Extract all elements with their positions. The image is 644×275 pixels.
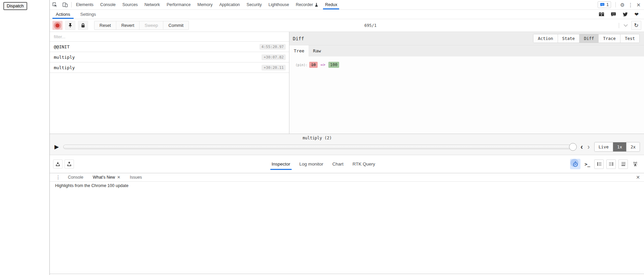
speed-1x-button[interactable]: 1x <box>613 142 627 151</box>
dock-right-icon <box>609 162 614 167</box>
diff-new-value: 100 <box>328 62 339 68</box>
diff-key: (pin): <box>295 63 308 67</box>
revert-button[interactable]: Revert <box>116 21 139 30</box>
redux-tab-settings[interactable]: Settings <box>76 10 100 19</box>
play-button[interactable]: ▶ <box>54 144 59 150</box>
action-row-multiply-1[interactable]: multiply +30:07.82 <box>50 52 289 62</box>
action-timestamp: +30:20.11 <box>261 65 286 71</box>
dock-right-button[interactable] <box>606 159 616 169</box>
drawer-more-kebab-icon[interactable]: ⋮ <box>53 175 63 180</box>
remote-broadcast-icon[interactable] <box>631 161 640 167</box>
tab-sources[interactable]: Sources <box>119 0 141 9</box>
monitor-tabs: Inspector Log monitor Chart RTK Query <box>272 155 375 173</box>
support-heart-icon[interactable]: ❤ <box>634 12 639 17</box>
lock-button[interactable] <box>78 21 88 30</box>
tab-elements[interactable]: Elements <box>73 0 97 9</box>
playback-speed-group: Live 1x 2x <box>594 142 640 152</box>
export-state-button[interactable] <box>65 159 74 169</box>
pin-button[interactable] <box>65 21 75 30</box>
format-tab-raw[interactable]: Raw <box>309 45 325 56</box>
commit-button[interactable]: Commit <box>163 21 189 30</box>
timeline-slider[interactable] <box>63 145 576 149</box>
record-toggle-button[interactable] <box>52 21 63 30</box>
dock-left-button[interactable] <box>594 159 604 169</box>
close-devtools-icon[interactable]: ✕ <box>636 2 641 7</box>
export-tray-icon <box>67 162 72 167</box>
detail-pane-header: Diff Action State Diff Trace Test <box>289 32 644 45</box>
twitter-icon[interactable] <box>622 12 628 17</box>
live-button[interactable]: Live <box>595 142 613 151</box>
toolbar-button-group: Reset Revert Sweep Commit <box>94 21 189 30</box>
action-row-init[interactable]: @@INIT 4:55:20.97 <box>50 42 289 52</box>
import-state-button[interactable] <box>53 159 63 169</box>
tab-performance[interactable]: Performance <box>163 0 194 9</box>
monitor-tab-chart[interactable]: Chart <box>332 159 344 169</box>
view-tab-action[interactable]: Action <box>533 34 558 43</box>
screen: Dispatch Elements Console Sources Networ… <box>0 0 644 275</box>
tab-redux[interactable]: Redux <box>322 0 340 9</box>
instance-counter: 695/1 <box>364 23 376 28</box>
dispatcher-terminal-icon[interactable]: >_ <box>583 162 592 167</box>
diff-entry: (pin): 10 => 100 <box>289 56 644 68</box>
lock-icon <box>81 23 85 28</box>
tab-lighthouse[interactable]: Lighthouse <box>265 0 292 9</box>
view-tab-group: Action State Diff Trace Test <box>533 34 640 43</box>
tab-network[interactable]: Network <box>141 0 163 9</box>
tab-console[interactable]: Console <box>97 0 119 9</box>
monitor-tab-log-monitor[interactable]: Log monitor <box>299 159 323 169</box>
view-tab-trace[interactable]: Trace <box>599 34 620 43</box>
topbar-right-controls: 1 ⚙ ⋮ ✕ <box>598 0 644 9</box>
dock-bottom-icon <box>621 162 626 167</box>
device-toolbar-icon[interactable] <box>60 0 70 9</box>
dock-bottom-button[interactable] <box>618 159 628 169</box>
dispatch-button[interactable]: Dispatch <box>3 2 27 10</box>
step-forward-button[interactable]: › <box>587 143 590 151</box>
close-tab-icon[interactable]: ✕ <box>117 175 120 180</box>
close-drawer-icon[interactable]: ✕ <box>636 175 640 180</box>
drawer-tab-issues[interactable]: Issues <box>125 173 147 181</box>
action-name: multiply <box>54 55 75 60</box>
drawer-tab-whats-new[interactable]: What's New ✕ <box>88 173 125 181</box>
view-tab-state[interactable]: State <box>558 34 580 43</box>
whats-new-heading: Highlights from the Chrome 100 update <box>50 182 644 188</box>
tab-security[interactable]: Security <box>243 0 265 9</box>
monitor-tab-inspector[interactable]: Inspector <box>272 159 290 169</box>
diff-old-value: 10 <box>309 62 317 68</box>
dock-left-icon <box>597 162 602 167</box>
tab-memory[interactable]: Memory <box>194 0 216 9</box>
action-name: @@INIT <box>54 44 70 49</box>
redux-tab-actions[interactable]: Actions <box>52 10 74 19</box>
format-tab-tree[interactable]: Tree <box>289 45 309 56</box>
filter-input[interactable] <box>50 32 289 41</box>
action-timestamp: +30:07.82 <box>261 54 286 60</box>
tab-application[interactable]: Application <box>216 0 243 9</box>
reload-button[interactable]: ↻ <box>631 21 641 30</box>
more-options-kebab-icon[interactable]: ⋮ <box>628 2 633 7</box>
slider-thumb[interactable] <box>569 143 577 151</box>
redux-toolbar: Reset Revert Sweep Commit 695/1 ↻ <box>50 19 644 32</box>
detail-pane: Diff Action State Diff Trace Test Tree R… <box>289 32 644 134</box>
feedback-chat-icon[interactable] <box>611 12 616 17</box>
monitor-tab-rtk-query[interactable]: RTK Query <box>353 159 375 169</box>
view-tab-test[interactable]: Test <box>620 34 639 43</box>
divider <box>619 23 619 28</box>
action-row-multiply-2[interactable]: multiply +30:20.11 <box>50 62 289 73</box>
step-back-button[interactable]: ‹ <box>580 143 583 151</box>
pushpin-icon <box>68 23 73 28</box>
drawer-tab-console[interactable]: Console <box>63 173 88 181</box>
settings-gear-icon[interactable]: ⚙ <box>620 2 625 7</box>
chevron-down-icon[interactable] <box>623 24 628 27</box>
sweep-button[interactable]: Sweep <box>139 21 163 30</box>
view-tab-diff[interactable]: Diff <box>579 34 599 43</box>
divider <box>50 274 644 274</box>
slider-monitor-toggle-button[interactable] <box>570 159 580 169</box>
drawer-tab-label: What's New <box>93 175 115 180</box>
inspect-element-icon[interactable] <box>50 0 60 9</box>
speed-2x-button[interactable]: 2x <box>627 142 640 151</box>
stopwatch-icon <box>572 161 578 167</box>
docs-book-icon[interactable] <box>599 12 604 17</box>
toolbar-right-controls: ↻ <box>618 21 641 30</box>
console-messages-badge[interactable]: 1 <box>598 1 611 8</box>
reset-button[interactable]: Reset <box>94 21 116 30</box>
tab-recorder[interactable]: Recorder <box>292 0 322 9</box>
